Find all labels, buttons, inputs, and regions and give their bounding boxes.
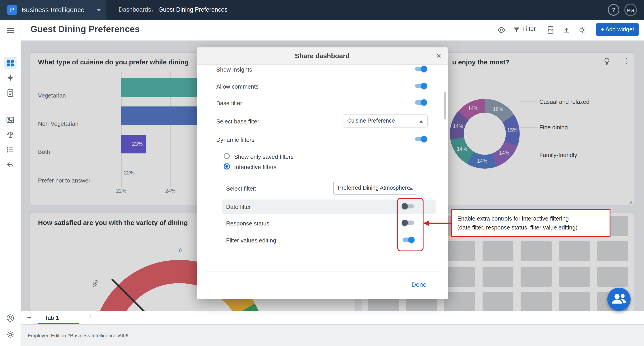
svg-text:PDF: PDF bbox=[548, 29, 553, 32]
breadcrumb-chevron-icon: › bbox=[151, 7, 153, 14]
allow-comments-toggle[interactable] bbox=[414, 82, 427, 89]
contact-fab-button[interactable] bbox=[607, 288, 630, 311]
modal-title: Share dashboard bbox=[196, 47, 448, 64]
dynamic-filters-label: Dynamic filters bbox=[216, 136, 254, 143]
chevron-down-icon bbox=[96, 9, 101, 11]
select-base-filter-label: Select base filter: bbox=[216, 118, 261, 124]
edition-label: Employee Edition bbox=[28, 333, 67, 338]
help-button[interactable]: ? bbox=[608, 4, 620, 16]
user-profile-icon[interactable] bbox=[6, 314, 14, 322]
add-tab-button[interactable]: + bbox=[27, 313, 31, 322]
left-rail bbox=[0, 20, 21, 346]
show-insights-toggle[interactable] bbox=[414, 65, 427, 72]
caret-up-icon bbox=[409, 187, 412, 190]
brand-name: Business Intelligence bbox=[22, 0, 84, 20]
divider bbox=[204, 271, 440, 272]
nav-reply-icon[interactable] bbox=[6, 161, 14, 169]
topbar: P Business Intelligence Dashboards › Gue… bbox=[0, 0, 644, 20]
toggle-row-label: Filter values editing bbox=[226, 237, 276, 244]
response-status-toggle[interactable] bbox=[402, 219, 415, 226]
toggle-row-label: Allow comments bbox=[216, 83, 258, 90]
app-root: P Business Intelligence Dashboards › Gue… bbox=[0, 0, 644, 346]
radio-interactive-filters[interactable] bbox=[224, 163, 230, 169]
filter-funnel-icon[interactable] bbox=[512, 26, 520, 34]
toggle-row-label: Response status bbox=[226, 220, 270, 226]
menu-hamburger-icon[interactable] bbox=[6, 26, 14, 34]
toggle-row-label: Base filter bbox=[216, 100, 242, 106]
radio-show-saved-filters[interactable] bbox=[224, 153, 230, 159]
nav-list-icon[interactable] bbox=[6, 146, 14, 154]
export-pdf-icon[interactable]: PDF bbox=[546, 26, 554, 34]
tab-menu-kebab-icon[interactable]: ⋮ bbox=[87, 314, 94, 322]
filter-button[interactable]: Filter bbox=[522, 26, 536, 32]
toggle-row-label: Show insights bbox=[216, 66, 252, 73]
share-dashboard-modal: Share dashboard ✕ Show insights Allow co… bbox=[196, 47, 448, 298]
base-filter-toggle[interactable] bbox=[414, 99, 427, 106]
breadcrumb-current: Guest Dining Preferences bbox=[158, 0, 228, 20]
filter-value: Preferred Dining Atmosphere bbox=[338, 184, 410, 191]
settings-gear-icon[interactable] bbox=[6, 330, 14, 338]
tab-bar: + Tab 1 ⋮ bbox=[20, 311, 644, 324]
footer-text: Employee Edition #Business Intelligence … bbox=[28, 333, 128, 338]
filter-dropdown[interactable]: Preferred Dining Atmosphere bbox=[333, 182, 417, 194]
nav-media-icon[interactable] bbox=[6, 116, 14, 124]
header-bar: Guest Dining Preferences Filter PDF bbox=[20, 20, 644, 41]
nav-report-icon[interactable] bbox=[6, 89, 14, 97]
modal-scrollbar-thumb[interactable] bbox=[444, 92, 446, 119]
version-link[interactable]: #Business Intelligence v906 bbox=[67, 333, 128, 338]
breadcrumb-dashboards[interactable]: Dashboards bbox=[118, 0, 151, 20]
brand-switcher[interactable]: P Business Intelligence bbox=[0, 0, 106, 20]
radio-label: Show only saved filters bbox=[234, 153, 294, 160]
toggle-row-label: Date filter bbox=[226, 203, 251, 210]
add-widget-button[interactable]: + Add widget bbox=[596, 23, 639, 36]
annotation-callout: Enable extra controls for interactive fi… bbox=[451, 209, 610, 237]
share-icon[interactable] bbox=[562, 26, 571, 34]
app-logo: P bbox=[7, 5, 17, 15]
preview-eye-icon[interactable] bbox=[497, 26, 505, 34]
modal-header: Share dashboard ✕ bbox=[196, 47, 448, 65]
done-button[interactable]: Done bbox=[412, 281, 426, 288]
annotation-line1: Enable extra controls for interactive fi… bbox=[457, 214, 604, 223]
radio-label: Interactive filters bbox=[234, 164, 276, 170]
annotation-line2: (date filter, response status, filter va… bbox=[457, 223, 604, 232]
caret-up-icon bbox=[419, 120, 423, 122]
base-filter-dropdown[interactable]: Cuisine Preference bbox=[342, 114, 427, 127]
filter-values-editing-toggle[interactable] bbox=[402, 236, 415, 243]
close-icon[interactable]: ✕ bbox=[436, 47, 442, 64]
page-title: Guest Dining Preferences bbox=[30, 24, 140, 34]
nav-dashboards-icon[interactable] bbox=[6, 59, 14, 67]
select-filter-label: Select filter: bbox=[226, 185, 256, 192]
settings-gear-icon[interactable] bbox=[578, 26, 586, 34]
avatar[interactable]: PG bbox=[624, 4, 637, 16]
tab-1[interactable]: Tab 1 bbox=[45, 314, 59, 321]
dynamic-filters-toggle[interactable] bbox=[414, 135, 427, 142]
date-filter-toggle[interactable] bbox=[402, 202, 415, 210]
nav-spark-icon[interactable] bbox=[6, 74, 14, 82]
footer: Employee Edition #Business Intelligence … bbox=[20, 324, 644, 346]
nav-scales-icon[interactable] bbox=[6, 130, 14, 139]
base-filter-value: Cuisine Preference bbox=[347, 118, 395, 124]
